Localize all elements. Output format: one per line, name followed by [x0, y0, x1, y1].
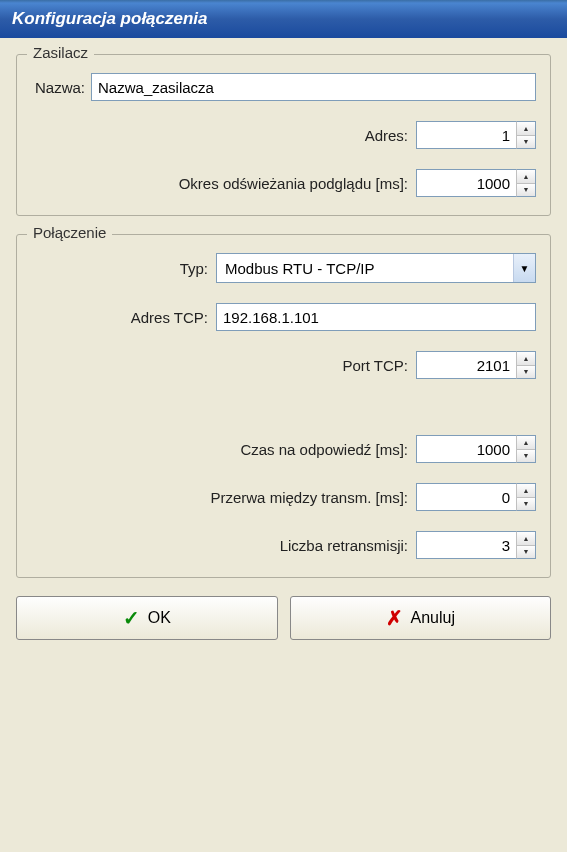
czas-input[interactable] — [416, 435, 516, 463]
przerwa-input[interactable] — [416, 483, 516, 511]
przerwa-spinner-buttons: ▲ ▼ — [516, 483, 536, 511]
adres-label: Adres: — [365, 127, 408, 144]
retrans-spinner-buttons: ▲ ▼ — [516, 531, 536, 559]
spacer — [31, 399, 536, 435]
przerwa-label: Przerwa między transm. [ms]: — [210, 489, 408, 506]
ok-label: OK — [148, 609, 171, 627]
adres-input[interactable] — [416, 121, 516, 149]
retrans-spin-up[interactable]: ▲ — [517, 532, 535, 546]
adres-tcp-input[interactable] — [216, 303, 536, 331]
x-icon: ✗ — [386, 606, 403, 630]
czas-spin-down[interactable]: ▼ — [517, 450, 535, 463]
przerwa-spin-up[interactable]: ▲ — [517, 484, 535, 498]
retrans-row: Liczba retransmisji: ▲ ▼ — [31, 531, 536, 559]
port-tcp-row: Port TCP: ▲ ▼ — [31, 351, 536, 379]
polaczenie-group: Połączenie Typ: ▼ Adres TCP: Port TCP: ▲… — [16, 234, 551, 578]
nazwa-input[interactable] — [91, 73, 536, 101]
retrans-spin-down[interactable]: ▼ — [517, 546, 535, 559]
czas-spinner-buttons: ▲ ▼ — [516, 435, 536, 463]
polaczenie-legend: Połączenie — [27, 224, 112, 241]
nazwa-row: Nazwa: — [31, 73, 536, 101]
czas-spinner: ▲ ▼ — [416, 435, 536, 463]
typ-label: Typ: — [180, 260, 208, 277]
check-icon: ✓ — [123, 606, 140, 630]
typ-select[interactable] — [216, 253, 536, 283]
zasilacz-legend: Zasilacz — [27, 44, 94, 61]
okres-label: Okres odświeżania podglądu [ms]: — [179, 175, 408, 192]
adres-spinner: ▲ ▼ — [416, 121, 536, 149]
retrans-label: Liczba retransmisji: — [280, 537, 408, 554]
przerwa-spinner: ▲ ▼ — [416, 483, 536, 511]
adres-tcp-row: Adres TCP: — [31, 303, 536, 331]
okres-spin-down[interactable]: ▼ — [517, 184, 535, 197]
przerwa-row: Przerwa między transm. [ms]: ▲ ▼ — [31, 483, 536, 511]
port-tcp-spinner: ▲ ▼ — [416, 351, 536, 379]
port-tcp-label: Port TCP: — [342, 357, 408, 374]
port-tcp-spinner-buttons: ▲ ▼ — [516, 351, 536, 379]
cancel-button[interactable]: ✗ Anuluj — [290, 596, 552, 640]
adres-spin-down[interactable]: ▼ — [517, 136, 535, 149]
cancel-label: Anuluj — [411, 609, 455, 627]
window-titlebar: Konfiguracja połączenia — [0, 0, 567, 38]
okres-spinner: ▲ ▼ — [416, 169, 536, 197]
ok-button[interactable]: ✓ OK — [16, 596, 278, 640]
retrans-spinner: ▲ ▼ — [416, 531, 536, 559]
adres-tcp-label: Adres TCP: — [131, 309, 208, 326]
adres-spinner-buttons: ▲ ▼ — [516, 121, 536, 149]
window-title: Konfiguracja połączenia — [12, 9, 208, 29]
okres-spin-up[interactable]: ▲ — [517, 170, 535, 184]
dialog-buttons: ✓ OK ✗ Anuluj — [16, 596, 551, 640]
czas-spin-up[interactable]: ▲ — [517, 436, 535, 450]
dialog-content: Zasilacz Nazwa: Adres: ▲ ▼ Okres odśwież… — [0, 38, 567, 656]
typ-row: Typ: ▼ — [31, 253, 536, 283]
okres-input[interactable] — [416, 169, 516, 197]
port-tcp-spin-up[interactable]: ▲ — [517, 352, 535, 366]
przerwa-spin-down[interactable]: ▼ — [517, 498, 535, 511]
adres-spin-up[interactable]: ▲ — [517, 122, 535, 136]
port-tcp-input[interactable] — [416, 351, 516, 379]
okres-spinner-buttons: ▲ ▼ — [516, 169, 536, 197]
port-tcp-spin-down[interactable]: ▼ — [517, 366, 535, 379]
adres-row: Adres: ▲ ▼ — [31, 121, 536, 149]
zasilacz-group: Zasilacz Nazwa: Adres: ▲ ▼ Okres odśwież… — [16, 54, 551, 216]
okres-row: Okres odświeżania podglądu [ms]: ▲ ▼ — [31, 169, 536, 197]
nazwa-label: Nazwa: — [35, 79, 85, 96]
typ-select-wrap: ▼ — [216, 253, 536, 283]
czas-label: Czas na odpowiedź [ms]: — [240, 441, 408, 458]
retrans-input[interactable] — [416, 531, 516, 559]
czas-row: Czas na odpowiedź [ms]: ▲ ▼ — [31, 435, 536, 463]
